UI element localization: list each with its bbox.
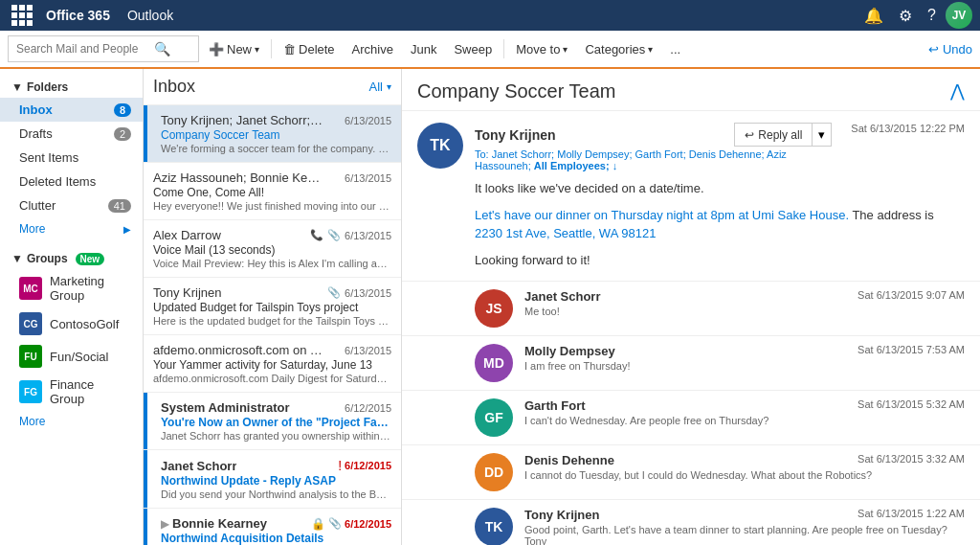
group-item-marketing[interactable]: MC Marketing Group <box>0 269 143 307</box>
more-folders-label: More <box>19 222 45 236</box>
help-button[interactable]: ? <box>922 3 942 28</box>
email-subject-1: Company Soccer Team <box>161 128 391 142</box>
body-text-1: The address is <box>852 208 933 222</box>
group-item-contosogolf[interactable]: CG ContosoGolf <box>0 307 143 340</box>
top-bar: Office 365 Outlook 🔔 ⚙ ? JV <box>0 0 980 31</box>
categories-dropdown-icon: ▾ <box>648 44 653 55</box>
sidebar-item-deleted[interactable]: Deleted Items <box>0 170 143 193</box>
body-link-2[interactable]: 2230 1st Ave, Seattle, WA 98121 <box>475 226 656 240</box>
notifications-button[interactable]: 🔔 <box>858 3 889 29</box>
email-item-7[interactable]: Janet Schorr ! 6/12/2015 Northwind Updat… <box>144 450 401 509</box>
categories-button[interactable]: Categories ▾ <box>577 34 660 64</box>
more-groups-link[interactable]: More <box>0 411 143 432</box>
reply-icon: ↩ <box>745 128 754 142</box>
archive-button[interactable]: Archive <box>345 34 401 64</box>
search-box[interactable]: 🔍 <box>8 35 199 62</box>
undo-button[interactable]: ↩ Undo <box>928 42 972 57</box>
conv-item-4[interactable]: GF Garth Fort Sat 6/13/2015 5:32 AM I ca… <box>402 391 980 445</box>
moveto-button[interactable]: Move to ▾ <box>508 34 575 64</box>
conv-avatar-6: TK <box>475 508 513 545</box>
email-content-title: Company Soccer Team <box>417 80 616 102</box>
sidebar-item-clutter[interactable]: Clutter 41 <box>0 193 143 217</box>
conv-date-3: Sat 6/13/2015 7:53 AM <box>858 344 965 358</box>
conv-item-5[interactable]: DD Denis Dehenne Sat 6/13/2015 3:32 AM I… <box>402 445 980 500</box>
email-content: Company Soccer Team ⋀ TK Tony Krijnen ↩ … <box>402 69 980 545</box>
sweep-button[interactable]: Sweep <box>446 34 500 64</box>
collapse-button[interactable]: ⋀ <box>950 80 965 102</box>
group-item-funsocial[interactable]: FU Fun/Social <box>0 340 143 373</box>
email-sender-2: Aziz Hassouneh; Bonnie Kearney; D... <box>153 170 325 185</box>
email-date-3: 6/13/2015 <box>345 230 391 241</box>
conv-avatar-2: JS <box>475 289 513 328</box>
email-item-8[interactable]: ▶ Bonnie Kearney 🔒 📎 6/12/2015 Northwind… <box>144 509 401 545</box>
divider-2 <box>503 39 504 58</box>
email-sender-3: Alex Darrow <box>153 228 221 242</box>
conv-date-5: Sat 6/13/2015 3:32 AM <box>858 453 965 467</box>
delete-label: Delete <box>299 42 335 57</box>
email-sender-1: Tony Krijnen; Janet Schorr; Molly D... <box>153 113 325 127</box>
conv-content-2: Janet Schorr Sat 6/13/2015 9:07 AM Me to… <box>524 289 965 317</box>
email-preview-2: Hey everyone!! We just finished moving i… <box>153 200 391 212</box>
group-label-contosogolf: ContosoGolf <box>50 317 119 331</box>
main-layout: ▼ Folders Inbox 8 Drafts 2 Sent Items De… <box>0 69 980 545</box>
email-item-2[interactable]: Aziz Hassouneh; Bonnie Kearney; D... 6/1… <box>144 163 401 220</box>
conv-sender-6: Tony Krijnen <box>524 508 599 522</box>
email-item-4[interactable]: Tony Krijnen 📎 6/13/2015 Updated Budget … <box>144 278 401 335</box>
conv-avatar-4: GF <box>475 398 513 437</box>
reply-all-button[interactable]: ↩ Reply all <box>734 123 813 147</box>
conv-actions-1: ↩ Reply all ▾ <box>734 123 832 147</box>
conv-content-6: Tony Krijnen Sat 6/13/2015 1:22 AM Good … <box>524 508 965 545</box>
sidebar-item-more[interactable]: More ▶ <box>0 217 143 240</box>
delete-button[interactable]: 🗑 Delete <box>276 34 343 64</box>
email-item-5[interactable]: afdemo.onmicrosoft.com on Yammer 6/13/20… <box>144 335 401 393</box>
email-subject-2: Come One, Come All! <box>153 186 391 199</box>
groups-section-header[interactable]: ▼ Groups New <box>0 248 143 269</box>
sidebar-item-drafts[interactable]: Drafts 2 <box>0 122 143 146</box>
more-groups-label: More <box>19 415 45 428</box>
more-label: ... <box>670 42 680 57</box>
email-item-6[interactable]: System Administrator 6/12/2015 You're No… <box>144 393 401 450</box>
email-subject-5: Your Yammer activity for Saturday, June … <box>153 358 391 372</box>
group-label-funsocial: Fun/Social <box>50 350 108 364</box>
sidebar-item-inbox[interactable]: Inbox 8 <box>0 98 143 122</box>
email-list-filter[interactable]: All ▾ <box>369 79 391 94</box>
email-item-3[interactable]: Alex Darrow 📞 📎 6/13/2015 Voice Mail (13… <box>144 220 401 278</box>
junk-label: Junk <box>411 42 436 57</box>
group-label-finance: Finance Group <box>50 377 131 406</box>
user-avatar[interactable]: JV <box>946 2 972 29</box>
email-date-5: 6/13/2015 <box>345 345 391 356</box>
reply-dropdown[interactable]: ▾ <box>813 123 832 147</box>
conv-sender-3: Molly Dempsey <box>524 344 615 358</box>
junk-button[interactable]: Junk <box>403 34 444 64</box>
conv-preview-2: Me too! <box>524 306 965 317</box>
brand-title: Office 365 <box>46 8 110 23</box>
search-input[interactable] <box>16 42 150 56</box>
conv-item-2[interactable]: JS Janet Schorr Sat 6/13/2015 9:07 AM Me… <box>402 282 980 336</box>
categories-label: Categories <box>585 42 645 57</box>
new-button[interactable]: ➕ New ▾ <box>201 34 267 64</box>
archive-label: Archive <box>352 42 393 57</box>
group-item-finance[interactable]: FG Finance Group <box>0 373 143 411</box>
folders-section-header[interactable]: ▼ Folders <box>0 77 143 98</box>
unread-indicator-6 <box>144 393 147 449</box>
email-content-header: Company Soccer Team ⋀ <box>402 69 980 111</box>
sidebar-item-sent[interactable]: Sent Items <box>0 146 143 170</box>
body-link-1[interactable]: Let's have our dinner on Thursday night … <box>475 208 849 222</box>
email-meta-1: Tony Krijnen; Janet Schorr; Molly D... 6… <box>153 113 391 127</box>
clip-icon-8: 📎 <box>328 517 342 530</box>
groups-label: Groups <box>27 252 68 265</box>
conv-preview-6: Good point, Garth. Let's have a team din… <box>524 524 965 545</box>
search-icon[interactable]: 🔍 <box>154 41 170 57</box>
conv-item-3[interactable]: MD Molly Dempsey Sat 6/13/2015 7:53 AM I… <box>402 336 980 391</box>
conv-content-4: Garth Fort Sat 6/13/2015 5:32 AM I can't… <box>524 398 965 426</box>
conv-item-6[interactable]: TK Tony Krijnen Sat 6/13/2015 1:22 AM Go… <box>402 500 980 545</box>
unread-indicator-8 <box>144 509 147 545</box>
clutter-label: Clutter <box>19 198 56 213</box>
email-meta-7: Janet Schorr ! 6/12/2015 <box>153 458 391 473</box>
settings-button[interactable]: ⚙ <box>893 3 918 29</box>
email-item-1[interactable]: Tony Krijnen; Janet Schorr; Molly D... 6… <box>144 105 401 163</box>
groups-chevron: ▼ <box>11 252 23 265</box>
waffle-menu[interactable] <box>8 1 36 30</box>
new-label: New <box>227 42 252 57</box>
more-button[interactable]: ... <box>662 34 688 64</box>
